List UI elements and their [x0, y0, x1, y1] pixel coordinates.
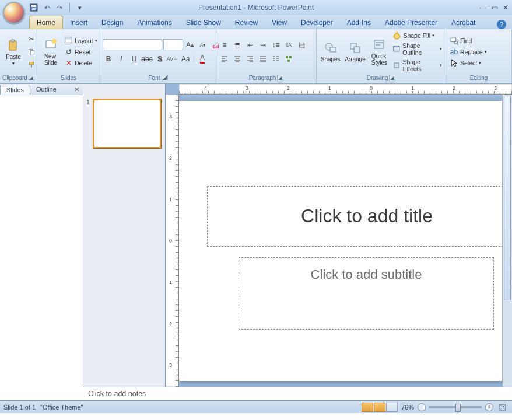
scrollbar-thumb[interactable] [504, 96, 511, 300]
align-left-button[interactable] [219, 53, 230, 65]
tab-view[interactable]: View [265, 16, 294, 29]
restore-button[interactable]: ▭ [492, 4, 498, 12]
align-text-button[interactable]: ▤ [296, 39, 307, 51]
paragraph-group-label: Paragraph [249, 75, 276, 81]
format-painter-button[interactable] [26, 59, 37, 71]
change-case-button[interactable]: Aa [180, 53, 191, 65]
tab-animations[interactable]: Animations [130, 16, 178, 29]
layout-button[interactable]: Layout▾ [63, 36, 99, 46]
select-label: Select [460, 60, 477, 66]
shadow-button[interactable]: S [154, 53, 166, 65]
tab-insert[interactable]: Insert [63, 16, 94, 29]
notes-pane[interactable]: Click to add notes [83, 387, 512, 400]
font-launcher[interactable]: ◢ [162, 75, 168, 81]
bold-button[interactable]: B [103, 53, 114, 65]
tab-acrobat[interactable]: Acrobat [444, 16, 482, 29]
replace-button[interactable]: abReplace▾ [448, 47, 488, 57]
increase-indent-button[interactable]: ⇥ [257, 39, 269, 51]
tab-adobe-presenter[interactable]: Adobe Presenter [378, 16, 444, 29]
svg-rect-7 [30, 62, 34, 64]
justify-button[interactable] [257, 53, 269, 65]
help-icon[interactable]: ? [497, 20, 506, 29]
zoom-out-button[interactable]: − [418, 403, 426, 411]
slide-sorter-view-button[interactable] [374, 402, 385, 412]
svg-rect-23 [394, 63, 399, 68]
vertical-scrollbar[interactable] [502, 94, 512, 387]
decrease-indent-button[interactable]: ⇤ [244, 39, 256, 51]
redo-icon[interactable]: ↷ [55, 3, 64, 12]
increase-font-button[interactable]: A▴ [184, 39, 196, 51]
fit-to-window-button[interactable] [497, 401, 509, 413]
slide-canvas[interactable]: Click to add title Click to add subtitle [179, 101, 512, 381]
shape-outline-icon [392, 45, 401, 54]
ruler-tick: 4 [204, 85, 207, 91]
font-color-button[interactable]: A [197, 53, 208, 65]
columns-button[interactable] [270, 53, 282, 65]
bullets-button[interactable]: ≡ [219, 39, 230, 51]
layout-icon [64, 36, 73, 45]
numbering-button[interactable]: ≣ [232, 39, 243, 51]
paragraph-launcher[interactable]: ◢ [277, 75, 283, 81]
reset-icon: ↺ [64, 47, 73, 56]
shape-outline-button[interactable]: Shape Outline▾ [391, 41, 443, 57]
font-size-input[interactable] [163, 39, 183, 50]
decrease-font-button[interactable]: A▾ [197, 39, 209, 51]
delete-slide-button[interactable]: ✕Delete [63, 58, 99, 68]
save-icon[interactable] [29, 3, 38, 12]
reset-button[interactable]: ↺Reset [63, 47, 99, 57]
slide-thumbnail[interactable]: 1 [86, 99, 161, 148]
tab-developer[interactable]: Developer [294, 16, 340, 29]
italic-button[interactable]: I [115, 53, 127, 65]
editing-group-label: Editing [470, 75, 488, 81]
clipboard-launcher[interactable]: ◢ [29, 75, 34, 81]
arrange-button[interactable]: Arrange [343, 40, 367, 64]
chevron-down-icon: ▼ [12, 61, 16, 65]
title-placeholder[interactable]: Click to add title [207, 186, 512, 247]
pane-tab-outline[interactable]: Outline [30, 85, 62, 94]
pane-close-button[interactable]: ✕ [74, 86, 79, 93]
zoom-level[interactable]: 76% [401, 404, 414, 411]
thumbnail-preview [93, 99, 161, 148]
tab-home[interactable]: Home [29, 16, 63, 29]
align-center-button[interactable] [232, 53, 243, 65]
strikethrough-button[interactable]: abc [141, 53, 153, 65]
copy-button[interactable] [26, 46, 37, 58]
shapes-button[interactable]: Shapes [319, 40, 342, 64]
underline-button[interactable]: U [128, 53, 140, 65]
tab-review[interactable]: Review [228, 16, 265, 29]
zoom-slider[interactable] [429, 406, 482, 408]
char-spacing-button[interactable]: AV↔ [167, 53, 178, 65]
quick-styles-label: Quick Styles [371, 53, 387, 66]
shape-effects-button[interactable]: Shape Effects▾ [391, 58, 443, 73]
normal-view-button[interactable] [362, 402, 373, 412]
slideshow-view-button[interactable] [386, 402, 398, 412]
tab-design[interactable]: Design [94, 16, 130, 29]
align-right-button[interactable] [244, 53, 256, 65]
paste-button[interactable]: Paste ▼ [2, 37, 24, 66]
select-button[interactable]: Select▾ [448, 58, 488, 68]
ribbon-tabs: Home Insert Design Animations Slide Show… [0, 15, 512, 29]
tab-slide-show[interactable]: Slide Show [179, 16, 228, 29]
pane-tab-slides[interactable]: Slides [0, 85, 30, 94]
zoom-in-button[interactable]: + [485, 403, 493, 411]
find-button[interactable]: Find [448, 36, 488, 46]
qat-customize-icon[interactable]: ▾ [75, 3, 85, 12]
new-slide-button[interactable]: New Slide [40, 37, 62, 67]
office-button[interactable] [3, 2, 25, 24]
undo-icon[interactable]: ↶ [42, 3, 51, 12]
line-spacing-button[interactable]: ↕≡ [270, 39, 282, 51]
svg-rect-8 [31, 65, 32, 67]
tab-add-ins[interactable]: Add-Ins [340, 16, 378, 29]
close-button[interactable]: ✕ [503, 4, 509, 12]
subtitle-placeholder[interactable]: Click to add subtitle [239, 257, 494, 330]
quick-styles-button[interactable]: Quick Styles [368, 37, 390, 67]
drawing-launcher[interactable]: ◢ [389, 75, 395, 81]
text-direction-button[interactable]: llA [283, 39, 294, 51]
cut-button[interactable]: ✂ [26, 33, 37, 45]
ruler-tick: 1 [411, 85, 414, 91]
convert-smartart-button[interactable] [283, 53, 294, 65]
font-family-input[interactable] [103, 39, 162, 50]
shape-fill-button[interactable]: Shape Fill▾ [391, 30, 443, 40]
svg-rect-27 [500, 404, 506, 410]
minimize-button[interactable]: — [480, 4, 487, 12]
